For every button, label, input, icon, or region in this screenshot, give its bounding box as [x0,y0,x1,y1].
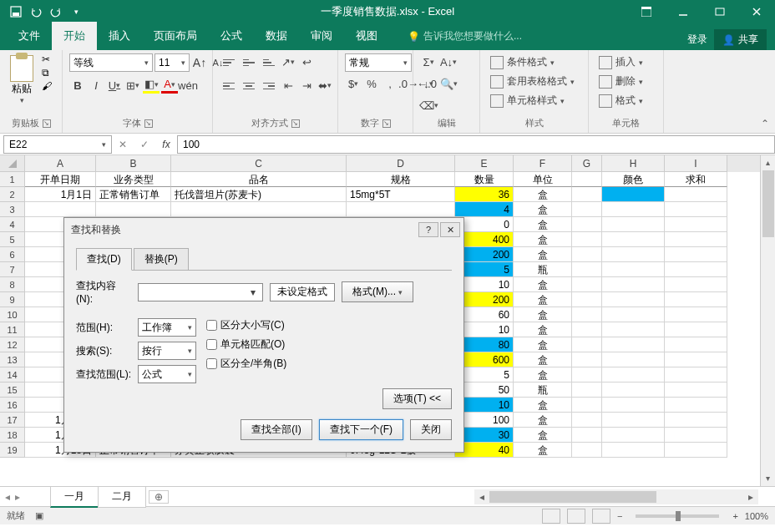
page-break-view-icon[interactable] [592,509,610,524]
col-header-E[interactable]: E [455,155,514,172]
format-cells-button[interactable]: 格式▾ [595,92,646,109]
phonetic-button[interactable]: wén [180,77,196,94]
cell[interactable] [347,202,455,217]
ribbon-tab-6[interactable]: 审阅 [299,22,344,50]
cell[interactable] [572,217,602,232]
sort-filter-icon[interactable]: A↓▾ [440,53,457,70]
cell[interactable]: 盒 [514,413,572,428]
cell[interactable]: 盒 [514,247,572,262]
cell[interactable]: 品名 [171,172,347,187]
col-header-A[interactable]: A [25,155,96,172]
zoom-in-icon[interactable]: + [732,511,737,521]
tell-me-search[interactable]: 💡 告诉我您想要做什么... [398,23,532,50]
share-button[interactable]: 👤 共享 [714,29,767,50]
match-case-checkbox[interactable]: 区分大小写(C) [206,318,286,332]
undo-icon[interactable] [27,3,45,21]
cell[interactable] [665,307,727,322]
lookin-select[interactable]: 公式▾ [138,365,196,383]
row-header[interactable]: 14 [0,367,25,383]
macro-record-icon[interactable]: ▣ [35,510,43,521]
cell[interactable] [665,202,727,217]
zoom-level[interactable]: 100% [745,511,768,521]
number-format-select[interactable]: 常规▾ [345,53,412,72]
cell[interactable]: 颜色 [602,172,665,187]
insert-cells-button[interactable]: 插入▾ [595,53,646,71]
autosum-icon[interactable]: Σ▾ [420,53,437,70]
ribbon-tab-1[interactable]: 开始 [52,22,97,50]
redo-icon[interactable] [47,3,65,21]
maximize-icon[interactable] [702,0,738,23]
normal-view-icon[interactable] [542,509,560,524]
font-color-button[interactable]: A▾ [161,77,178,94]
percent-icon[interactable]: % [363,75,380,92]
qat-customize-icon[interactable]: ▾ [67,3,85,21]
align-launcher-icon[interactable]: ↘ [291,119,300,128]
row-header[interactable]: 1 [0,172,25,187]
col-header-C[interactable]: C [171,155,347,172]
options-toggle-button[interactable]: 选项(T) << [382,388,452,409]
number-launcher-icon[interactable]: ↘ [382,119,391,128]
page-layout-view-icon[interactable] [567,509,585,524]
row-header[interactable]: 12 [0,337,25,352]
decrease-indent-icon[interactable]: ⇤ [280,77,296,94]
replace-tab[interactable]: 替换(P) [134,248,189,271]
cell[interactable] [665,413,727,428]
cell[interactable] [665,292,727,307]
grow-font-icon[interactable]: A↑ [191,54,208,71]
orientation-icon[interactable]: ↗▾ [280,53,296,70]
cell[interactable] [572,187,602,202]
font-launcher-icon[interactable]: ↘ [144,119,153,128]
collapse-ribbon-icon[interactable]: ⌃ [758,118,772,131]
table-format-button[interactable]: 套用表格格式▾ [487,73,578,90]
font-size-select[interactable]: 11▾ [154,53,190,72]
cell[interactable] [602,187,665,202]
cell[interactable]: 1月1日 [25,187,96,202]
cell[interactable] [572,322,602,337]
cell[interactable] [25,202,96,217]
ribbon-tab-3[interactable]: 页面布局 [142,22,209,50]
cell[interactable] [665,187,727,202]
cell[interactable] [602,413,665,428]
match-whole-checkbox[interactable]: 单元格匹配(O) [206,337,286,352]
ribbon-tab-4[interactable]: 公式 [209,22,254,50]
ribbon-tab-2[interactable]: 插入 [97,22,142,50]
sheet-next-icon[interactable]: ▸ [15,491,20,503]
format-painter-icon[interactable]: 🖌 [42,80,55,92]
cell[interactable] [572,307,602,322]
col-header-B[interactable]: B [96,155,171,172]
cell[interactable] [602,247,665,262]
row-header[interactable]: 6 [0,247,25,262]
minimize-icon[interactable] [665,0,702,23]
cell[interactable] [572,172,602,187]
cell[interactable]: 盒 [514,217,572,232]
formula-input[interactable]: 100 [177,135,775,154]
align-center-icon[interactable] [240,77,258,95]
cell[interactable]: 规格 [347,172,455,187]
cell[interactable]: 盒 [514,232,572,247]
select-all-button[interactable] [0,155,25,172]
increase-indent-icon[interactable]: ⇥ [298,77,315,94]
name-box[interactable]: E22▾ [3,135,112,154]
dialog-help-icon[interactable]: ? [418,222,438,237]
cell[interactable] [602,202,665,217]
cell[interactable]: 36 [455,187,514,202]
cell[interactable]: 盒 [514,322,572,337]
sheet-tab-1[interactable]: 二月 [98,486,146,508]
horizontal-scroll-thumb[interactable] [489,491,656,503]
cell[interactable]: 盒 [514,307,572,322]
clear-icon[interactable]: ⌫▾ [420,97,437,114]
border-button[interactable]: ⊞▾ [124,77,141,94]
scroll-right-icon[interactable]: ▸ [743,491,758,503]
cut-icon[interactable]: ✂ [42,53,55,65]
cell[interactable]: 盒 [514,398,572,413]
cell[interactable]: 4 [455,202,514,217]
zoom-slider[interactable] [636,514,719,518]
paste-button[interactable]: 粘贴 ▾ [7,53,37,106]
cell[interactable]: 15mg*5T [347,187,455,202]
cell[interactable] [572,247,602,262]
cell[interactable] [665,322,727,337]
save-icon[interactable] [7,3,25,21]
fill-color-button[interactable]: ◧▾ [143,77,160,94]
scroll-up-icon[interactable]: ▴ [761,155,775,170]
cell[interactable]: 开单日期 [25,172,96,187]
